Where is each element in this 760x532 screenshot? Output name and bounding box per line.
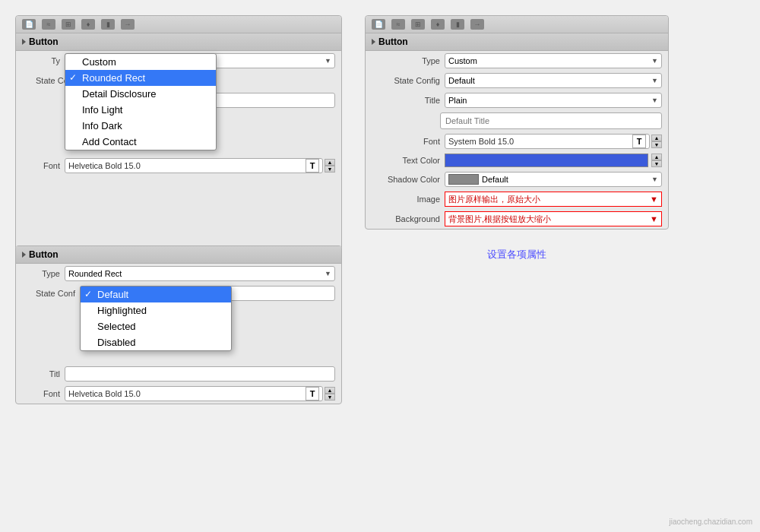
state-config-row-right: State Config Default ▼: [366, 71, 668, 90]
title-input-row-right: [366, 110, 668, 131]
dropdown-item-info-light[interactable]: Info Light: [65, 102, 216, 118]
title-input-bottom[interactable]: [65, 366, 335, 382]
shadow-color-label: Shadow Color: [372, 175, 440, 184]
font-t-icon-right[interactable]: T: [632, 135, 646, 148]
title-arrow-icon: ▼: [651, 97, 658, 104]
state-config-value-right: Default: [448, 76, 475, 85]
left-column: 📄 ≈ ⊞ ♦ ▮ → Button Ty ▼: [15, 15, 342, 517]
right-panel: 📄 ≈ ⊞ ♦ ▮ → Button Type Custom ▼: [365, 15, 669, 230]
triangle-icon-right: [372, 39, 375, 45]
r-toolbar-right-icon[interactable]: →: [470, 19, 484, 30]
dropdown-item-add-contact[interactable]: Add Contact: [65, 134, 216, 150]
title-text-input[interactable]: [440, 112, 662, 129]
stepper-down-bottom[interactable]: ▼: [325, 394, 335, 401]
font-stepper-bottom[interactable]: ▲ ▼: [325, 387, 335, 401]
state-item-default[interactable]: ✓ Default: [81, 287, 231, 302]
background-value[interactable]: 背景图片,根据按钮放大缩小 ▼: [445, 211, 662, 226]
state-item-highlighted[interactable]: Highlighted: [81, 302, 231, 318]
right-column: 📄 ≈ ⊞ ♦ ▮ → Button Type Custom ▼: [365, 15, 669, 517]
type-label-right: Type: [372, 56, 440, 65]
text-color-label: Text Color: [372, 156, 440, 165]
panel-header-top-left: Button: [16, 33, 341, 51]
triangle-icon: [22, 39, 26, 45]
background-label: Background: [372, 214, 440, 223]
title-row-right: Title Plain ▼: [366, 90, 668, 110]
font-label-right: Font: [372, 137, 440, 146]
r-toolbar-wave-icon[interactable]: ≈: [391, 19, 405, 30]
toolbar-right-icon[interactable]: →: [121, 19, 135, 30]
background-arrow-icon: ▼: [650, 214, 658, 223]
shadow-color-row: Shadow Color Default ▼: [366, 169, 668, 189]
shadow-arrow-icon: ▼: [651, 176, 658, 183]
font-label-top: Font: [22, 161, 60, 170]
text-color-stepper[interactable]: ▲ ▼: [651, 154, 662, 167]
font-value-bottom: Helvetica Bold 15.0: [68, 389, 141, 398]
font-stepper-top[interactable]: ▲ ▼: [325, 159, 335, 173]
font-input-right[interactable]: System Bold 15.0 T: [445, 134, 650, 149]
font-stepper-right[interactable]: ▲ ▼: [651, 135, 662, 148]
type-row: Ty ▼ Custom ✓ Rounded Rect Detail Disclo…: [16, 51, 341, 71]
font-t-icon-2[interactable]: T: [306, 387, 319, 401]
toolbar-doc-icon[interactable]: 📄: [22, 19, 36, 30]
font-t-icon[interactable]: T: [306, 159, 319, 173]
stepper-up-right[interactable]: ▲: [651, 135, 662, 141]
r-toolbar-book-icon[interactable]: ▮: [451, 19, 464, 30]
title-row-bottom: Titl: [16, 364, 341, 384]
text-color-well[interactable]: [445, 154, 648, 167]
background-value-text: 背景图片,根据按钮放大缩小: [448, 214, 551, 225]
toolbar-book-icon[interactable]: ▮: [101, 19, 115, 30]
title-select-right[interactable]: Plain ▼: [445, 93, 662, 108]
state-label-bottom: State Conf: [22, 289, 75, 298]
type-row-bottom: Type Rounded Rect ▼: [16, 264, 341, 283]
image-row: Image 图片原样输出，原始大小 ▼: [366, 189, 668, 209]
r-toolbar-grid-icon[interactable]: ⊞: [411, 19, 425, 30]
type-dropdown-container[interactable]: ▼ Custom ✓ Rounded Rect Detail Disclosur…: [65, 53, 335, 68]
state-config-select-right[interactable]: Default ▼: [445, 73, 662, 88]
r-toolbar-doc-icon[interactable]: 📄: [372, 19, 385, 30]
title-label-right: Title: [372, 96, 440, 105]
dropdown-item-custom[interactable]: Custom: [65, 54, 216, 70]
type-select-bottom[interactable]: Rounded Rect ▼: [65, 266, 335, 281]
image-value[interactable]: 图片原样输出，原始大小 ▼: [445, 192, 662, 207]
state-item-disabled[interactable]: Disabled: [81, 334, 231, 350]
image-label: Image: [372, 195, 440, 204]
select-arrow-bottom-icon: ▼: [325, 270, 331, 277]
r-toolbar-arrow-icon[interactable]: ♦: [431, 19, 445, 30]
right-caption: 设置各项属性: [365, 245, 669, 264]
stepper-up-top[interactable]: ▲: [325, 159, 335, 166]
state-dropdown-container[interactable]: ✓ Default Highlighted Selected Disabled: [80, 286, 335, 301]
text-color-row: Text Color ▲ ▼: [366, 151, 668, 169]
dropdown-item-info-dark[interactable]: Info Dark: [65, 118, 216, 134]
type-select-right[interactable]: Custom ▼: [445, 53, 662, 68]
type-row-right: Type Custom ▼: [366, 51, 668, 71]
type-label-short: Ty: [22, 56, 60, 65]
image-arrow-icon: ▼: [650, 195, 658, 204]
state-config-label-right: State Config: [372, 76, 440, 85]
state-checkmark-icon: ✓: [84, 289, 92, 299]
toolbar-grid-icon[interactable]: ⊞: [62, 19, 75, 30]
text-color-stepper-up[interactable]: ▲: [651, 154, 662, 160]
stepper-down-right[interactable]: ▼: [651, 141, 662, 148]
panel-title-bottom-left: Button: [29, 249, 59, 260]
title-value-right: Plain: [448, 96, 467, 105]
stepper-down-top[interactable]: ▼: [325, 166, 335, 173]
font-input-top[interactable]: Helvetica Bold 15.0 T: [65, 158, 323, 173]
dropdown-item-detail[interactable]: Detail Disclosure: [65, 86, 216, 102]
dropdown-item-rounded-rect[interactable]: ✓ Rounded Rect: [65, 70, 216, 86]
state-item-selected[interactable]: Selected: [81, 318, 231, 334]
shadow-color-select[interactable]: Default ▼: [445, 172, 662, 187]
font-input-bottom[interactable]: Helvetica Bold 15.0 T: [65, 386, 323, 401]
stepper-up-bottom[interactable]: ▲: [325, 387, 335, 394]
toolbar-wave-icon[interactable]: ≈: [42, 19, 55, 30]
type-value-right: Custom: [448, 56, 477, 65]
panel-title-right: Button: [378, 36, 408, 47]
state-dropdown-menu: ✓ Default Highlighted Selected Disabled: [80, 286, 232, 351]
main-container: 📄 ≈ ⊞ ♦ ▮ → Button Ty ▼: [0, 0, 760, 532]
toolbar-arrow-icon[interactable]: ♦: [81, 19, 95, 30]
background-row: Background 背景图片,根据按钮放大缩小 ▼: [366, 209, 668, 229]
type-value-bottom: Rounded Rect: [68, 269, 122, 278]
triangle-icon-2: [22, 252, 26, 258]
text-color-stepper-down[interactable]: ▼: [651, 160, 662, 167]
shadow-swatch: [448, 174, 479, 185]
type-arrow-right-icon: ▼: [651, 57, 658, 65]
